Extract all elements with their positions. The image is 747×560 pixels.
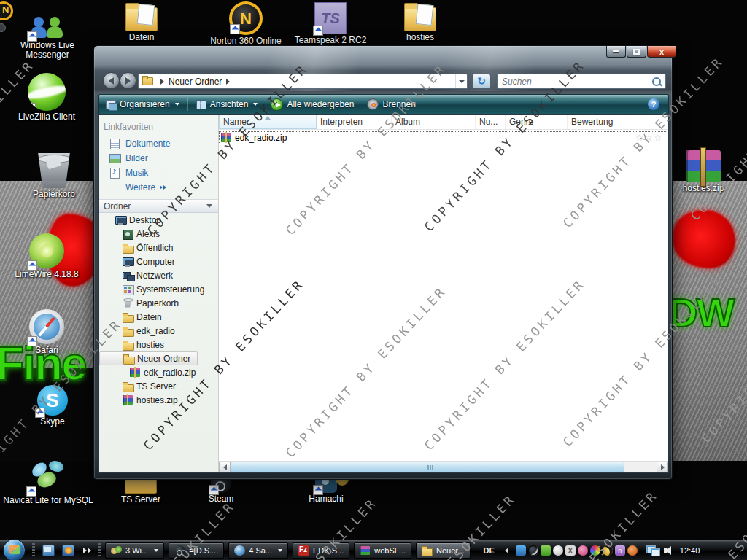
taskbar-button-steam[interactable]: =[D.S....: [169, 542, 224, 559]
back-button[interactable]: [103, 72, 120, 89]
scroll-left-button[interactable]: [219, 462, 231, 472]
show-desktop-icon[interactable]: [42, 545, 55, 556]
safari-icon[interactable]: [29, 309, 64, 344]
column-header-interpreten[interactable]: Interpreten: [317, 115, 392, 129]
tree-item-hosties[interactable]: hosties: [99, 338, 218, 351]
refresh-button[interactable]: ↻: [472, 74, 491, 89]
taskbar-button-neuer-ordner[interactable]: Neuer...: [416, 542, 471, 559]
search-icon[interactable]: [651, 77, 662, 87]
breadcrumb-location[interactable]: Neuer Ordner: [169, 77, 222, 87]
burn-label: Brennen: [382, 99, 415, 109]
scrollbar-track[interactable]: [624, 462, 657, 472]
tray-steam-icon[interactable]: [528, 545, 538, 556]
search-box[interactable]: [497, 74, 666, 89]
minimize-button[interactable]: [606, 46, 626, 58]
folder-icon: [123, 243, 133, 253]
quicklaunch-expand-icon[interactable]: [83, 548, 92, 553]
file-list: Name Interpreten Album Nu... Genre Bewer…: [219, 115, 668, 472]
tray-green-agent-icon[interactable]: [541, 545, 551, 556]
views-button[interactable]: Ansichten: [190, 96, 265, 112]
datein-folder-icon[interactable]: [125, 7, 158, 31]
column-header-nummer[interactable]: Nu...: [476, 115, 506, 129]
help-button[interactable]: ?: [648, 98, 659, 110]
tree-item-datein[interactable]: Datein: [99, 310, 218, 324]
person-green-icon: [47, 26, 63, 38]
horizontal-scrollbar[interactable]: [219, 461, 668, 472]
tray-orange-icon[interactable]: [627, 545, 638, 556]
hosties-folder-icon[interactable]: [404, 7, 436, 31]
address-bar[interactable]: Neuer Ordner: [138, 74, 468, 89]
tray-expand-icon[interactable]: [505, 548, 508, 553]
navicat-icon[interactable]: [28, 459, 68, 494]
column-header-name[interactable]: Name: [219, 115, 317, 129]
tree-item-computer[interactable]: Computer: [99, 254, 218, 268]
tree-item-desktop[interactable]: Desktop: [99, 213, 218, 227]
column-header-bewertung[interactable]: Bewertung: [568, 115, 668, 129]
taskbar-button-filezilla[interactable]: EDK S...: [293, 542, 349, 559]
volume-icon[interactable]: [664, 545, 674, 556]
column-header-genre[interactable]: Genre: [506, 115, 568, 129]
skype-icon[interactable]: [37, 385, 68, 416]
limewire-icon[interactable]: [29, 233, 64, 268]
tree-item-neuer-ordner-selected[interactable]: Neuer Ordner: [99, 351, 198, 365]
tree-item-edk-radio-zip[interactable]: edk_radio.zip: [99, 365, 218, 379]
tray-x-icon[interactable]: x: [565, 545, 576, 556]
tree-item-systemsteuerung[interactable]: Systemsteuerung: [99, 282, 218, 296]
tree-item-papierkorb[interactable]: Papierkorb: [99, 296, 218, 310]
organize-button[interactable]: Organisieren: [99, 96, 186, 112]
sidebar-item-dokumente[interactable]: Dokumente: [99, 136, 218, 151]
tree-item-edk-radio[interactable]: edk_radio: [99, 324, 218, 338]
sidebar-item-weitere[interactable]: Weitere: [99, 180, 218, 195]
language-indicator[interactable]: DE: [484, 546, 495, 555]
tray-color-wheel-icon[interactable]: [590, 545, 600, 556]
clock[interactable]: 12:40: [680, 546, 700, 555]
close-button[interactable]: x: [647, 46, 676, 58]
tree-item-hosties-zip[interactable]: hosties.zip: [99, 393, 218, 407]
start-button[interactable]: [3, 539, 26, 560]
taskbar-grip[interactable]: [98, 543, 101, 558]
tray-pink-icon[interactable]: [578, 545, 588, 556]
maximize-button[interactable]: [627, 46, 646, 58]
tray-moon-icon[interactable]: [603, 545, 613, 556]
sidebar-item-bilder[interactable]: Bilder: [99, 151, 218, 166]
organize-label: Organisieren: [120, 99, 170, 109]
tree-item-alexis[interactable]: Alexis: [99, 227, 218, 241]
media-player-icon[interactable]: [62, 545, 74, 556]
windows-live-messenger-icon[interactable]: [29, 6, 66, 39]
tree-item-netzwerk[interactable]: Netzwerk: [99, 268, 218, 282]
norton-360-icon[interactable]: [229, 1, 263, 35]
recycle-bin-icon[interactable]: [35, 153, 73, 188]
column-header-album[interactable]: Album: [392, 115, 476, 129]
teamspeak-icon[interactable]: [314, 2, 347, 34]
back-icon: [109, 77, 114, 85]
tree-item-ts-server[interactable]: TS Server: [99, 379, 218, 393]
address-dropdown-button[interactable]: [455, 74, 467, 88]
sidebar-item-musik[interactable]: Musik: [99, 166, 218, 180]
tree-item-oeffentlich[interactable]: Öffentlich: [99, 241, 218, 254]
tray-messenger-icon[interactable]: [516, 545, 526, 556]
scrollbar-thumb[interactable]: [231, 462, 624, 472]
winrar-archive-icon: [123, 395, 133, 405]
network-status-icon[interactable]: [646, 545, 659, 556]
search-input[interactable]: [498, 77, 651, 87]
views-label: Ansichten: [210, 99, 249, 109]
file-row-edk-radio-zip[interactable]: edk_radio.zip ☆☆☆: [220, 132, 667, 144]
quicklaunch-grip[interactable]: [32, 543, 35, 558]
taskbar-button-group-1[interactable]: 3 Wi...: [105, 542, 164, 559]
play-all-button[interactable]: Alle wiedergeben: [264, 96, 360, 112]
tray-ball-icon[interactable]: [553, 545, 563, 556]
breadcrumb-arrow-icon[interactable]: [226, 79, 230, 85]
hosties-zip-icon[interactable]: [686, 150, 721, 182]
tree-label: Systemsteuerung: [136, 284, 204, 295]
folders-band[interactable]: Ordner: [99, 199, 218, 213]
maximize-icon: [633, 49, 640, 55]
burn-button[interactable]: Brennen: [360, 96, 422, 112]
forward-button[interactable]: [120, 72, 136, 89]
tray-purple-icon[interactable]: n: [615, 545, 625, 556]
pictures-icon: [109, 153, 120, 163]
chevron-down-icon: [175, 103, 179, 106]
livezilla-icon[interactable]: [28, 73, 66, 111]
taskbar-button-group-2[interactable]: 4 Sa...: [228, 542, 288, 559]
taskbar-button-winrar[interactable]: webSL...: [354, 542, 411, 559]
scroll-right-button[interactable]: [657, 462, 668, 472]
